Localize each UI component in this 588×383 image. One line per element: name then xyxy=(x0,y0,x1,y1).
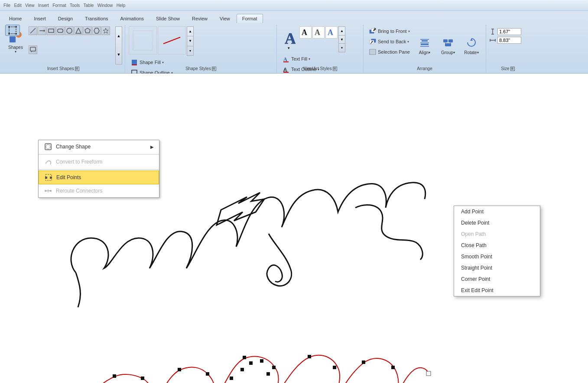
styles-scroll-down[interactable]: ▼ xyxy=(187,36,193,46)
exit-edit-point-label: Exit Edit Point xyxy=(461,287,494,293)
arrange-group: Bring to Front ▾ Send to Back xyxy=(364,25,486,73)
cp8[interactable] xyxy=(243,356,246,359)
canvas-area: Change Shape ▶ Convert to Freeform xyxy=(0,74,588,383)
straight-point-item[interactable]: Straight Point xyxy=(454,262,540,274)
cp2[interactable] xyxy=(113,374,116,378)
shape-thumb-rounded-rect[interactable] xyxy=(56,26,65,35)
shape-thumb-line[interactable] xyxy=(29,26,37,35)
wordart-style-row1: A A A ▲ ▼ ▾ xyxy=(299,26,345,52)
bring-to-front-button[interactable]: Bring to Front ▾ xyxy=(367,26,412,36)
styles-scroll-more[interactable]: ▾ xyxy=(187,46,193,55)
ribbon-top-bar: File Edit View Insert Format Tools Table… xyxy=(0,0,588,11)
tab-review[interactable]: Review xyxy=(186,14,213,23)
edit-shape-button[interactable] xyxy=(5,25,20,36)
ribbon-content: Shapes ▾ xyxy=(0,23,588,73)
styles-scroll[interactable]: ▲ ▼ ▾ xyxy=(187,26,194,56)
cp11[interactable] xyxy=(230,377,233,380)
style-sample-blank[interactable] xyxy=(129,26,157,55)
svg-text:A: A xyxy=(315,28,320,37)
reroute-connectors-icon xyxy=(44,187,52,195)
width-icon xyxy=(490,37,496,43)
cp12[interactable] xyxy=(240,368,244,371)
edit-points-item[interactable]: Edit Points xyxy=(39,171,159,184)
cp3[interactable] xyxy=(141,377,144,380)
styles-scroll-up[interactable]: ▲ xyxy=(187,27,193,36)
edit-points-label: Edit Points xyxy=(56,174,81,180)
smooth-point-item[interactable]: Smooth Point xyxy=(454,251,540,262)
shape-thumb-hexagon[interactable] xyxy=(92,26,101,35)
wordart-style-3[interactable]: A xyxy=(325,26,338,39)
cp-end[interactable] xyxy=(426,371,431,376)
cp16[interactable] xyxy=(308,355,311,358)
text-fill-button[interactable]: A Text Fill ▾ xyxy=(280,54,360,64)
wordart-scroll-up[interactable]: ▲ xyxy=(339,27,345,35)
tab-home[interactable]: Home xyxy=(3,14,27,23)
shape-thumb-rect[interactable] xyxy=(47,26,55,35)
shape-fill-button[interactable]: Shape Fill ▾ xyxy=(129,58,273,67)
cp21[interactable] xyxy=(362,360,365,364)
arrange-label: Arrange xyxy=(364,66,486,71)
svg-rect-55 xyxy=(443,39,448,42)
cp6[interactable] xyxy=(206,372,209,376)
close-path-item[interactable]: Close Path xyxy=(454,240,540,251)
wordart-group: A ▾ A A xyxy=(277,25,364,73)
corner-point-item[interactable]: Corner Point xyxy=(454,274,540,285)
wordart-style-1[interactable]: A xyxy=(299,26,312,39)
insert-shapes-expand[interactable]: ⊞ xyxy=(75,67,79,71)
style-sample-line[interactable] xyxy=(158,26,186,55)
size-expand[interactable]: ⊞ xyxy=(510,67,515,71)
wordart-scroll-more[interactable]: ▾ xyxy=(339,44,345,52)
wordart-scroll-down[interactable]: ▼ xyxy=(339,35,345,44)
tab-design[interactable]: Design xyxy=(52,14,78,23)
tab-format[interactable]: Format xyxy=(237,14,263,23)
add-point-item[interactable]: Add Point xyxy=(454,206,540,217)
change-shape-item[interactable]: Change Shape ▶ xyxy=(39,140,159,153)
shape-scroll[interactable]: ▲ ▼ xyxy=(115,26,122,64)
shape-thumb-arrow[interactable] xyxy=(38,26,46,35)
tab-view[interactable]: View xyxy=(214,14,236,23)
selection-pane-button[interactable]: Selection Pane xyxy=(367,47,412,57)
wordart-expand[interactable]: ⊞ xyxy=(333,67,337,71)
wordart-style-2[interactable]: A xyxy=(312,26,325,39)
selection-pane-icon xyxy=(369,48,376,55)
tab-transitions[interactable]: Transitions xyxy=(79,14,114,23)
shape-styles-expand[interactable]: ⊞ xyxy=(212,67,216,71)
selection-pane-label: Selection Pane xyxy=(378,49,410,55)
file-menu[interactable]: File Edit View Insert Format Tools Table… xyxy=(3,3,125,8)
height-input[interactable] xyxy=(497,28,521,35)
tab-slideshow[interactable]: Slide Show xyxy=(150,14,185,23)
group-button[interactable]: Group ▾ xyxy=(437,26,459,64)
tab-animations[interactable]: Animations xyxy=(115,14,149,23)
align-button[interactable]: Align ▾ xyxy=(414,26,435,64)
width-input[interactable] xyxy=(497,37,521,44)
cp15[interactable] xyxy=(266,372,270,376)
delete-point-label: Delete Point xyxy=(461,220,489,226)
insert-shapes-label: Insert Shapes ⊞ xyxy=(2,66,125,71)
svg-text:A: A xyxy=(283,56,287,62)
tab-insert[interactable]: Insert xyxy=(28,14,52,23)
exit-edit-point-item[interactable]: Exit Edit Point xyxy=(454,285,540,296)
svg-point-16 xyxy=(8,26,10,28)
cp14[interactable] xyxy=(260,359,263,363)
shape-thumb-triangle[interactable] xyxy=(74,26,83,35)
shape-thumb-callout[interactable] xyxy=(29,45,37,54)
cp17[interactable] xyxy=(333,366,336,369)
size-group: Size ⊞ xyxy=(486,25,530,73)
shape-thumb-star[interactable] xyxy=(101,26,110,35)
shape-thumb-circle[interactable] xyxy=(65,26,74,35)
wordart-scroll[interactable]: ▲ ▼ ▾ xyxy=(338,26,345,52)
cp13[interactable] xyxy=(249,361,253,365)
svg-point-19 xyxy=(15,33,17,35)
cp9[interactable] xyxy=(272,366,276,369)
shape-thumb-pentagon[interactable] xyxy=(83,26,92,35)
svg-point-68 xyxy=(46,145,50,149)
delete-point-item[interactable]: Delete Point xyxy=(454,217,540,229)
rotate-button[interactable]: Rotate ▾ xyxy=(461,26,482,64)
shape-fill-icon xyxy=(131,59,138,66)
cp5[interactable] xyxy=(178,368,181,371)
send-to-back-icon xyxy=(369,38,376,45)
convert-freeform-icon xyxy=(44,158,52,166)
send-to-back-button[interactable]: Send to Back ▾ xyxy=(367,37,412,46)
cp22[interactable] xyxy=(391,366,395,369)
wordart-a-button[interactable]: A ▾ xyxy=(280,27,298,51)
